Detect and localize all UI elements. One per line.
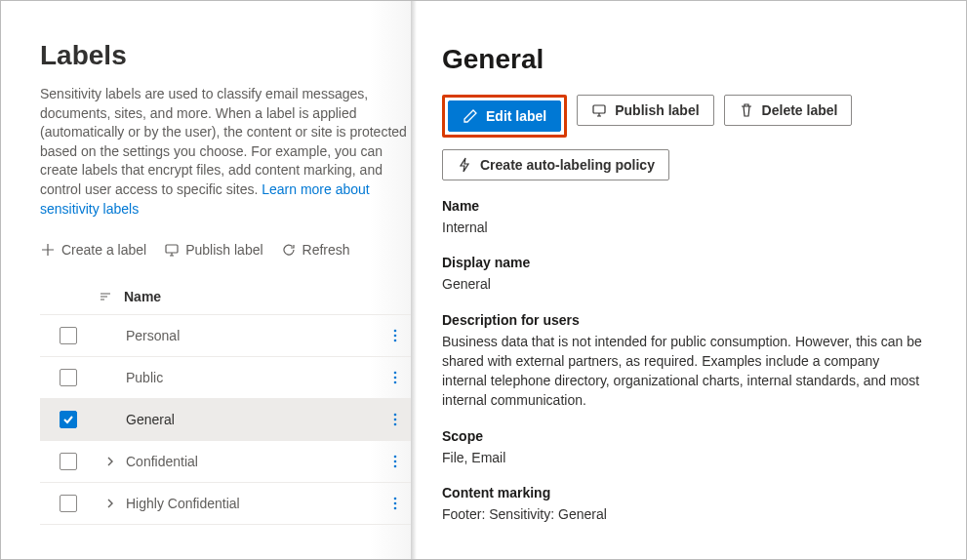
- chevron-right-icon[interactable]: [105, 457, 115, 466]
- svg-point-10: [394, 456, 397, 459]
- row-label: Public: [122, 370, 380, 385]
- column-name[interactable]: Name: [120, 289, 380, 304]
- page-description: Sensitivity labels are used to classify …: [40, 85, 411, 219]
- table-row[interactable]: Personal: [40, 315, 411, 357]
- command-bar: Create a label Publish label Refresh: [40, 242, 411, 258]
- row-label: Personal: [122, 328, 380, 343]
- more-icon[interactable]: [393, 328, 397, 343]
- edit-label-button[interactable]: Edit label: [448, 100, 561, 132]
- more-icon[interactable]: [393, 412, 397, 427]
- svg-point-9: [394, 423, 397, 426]
- svg-point-5: [394, 377, 397, 380]
- field-content-marking: Content marking Footer: Sensitivity: Gen…: [442, 485, 927, 524]
- create-label-button[interactable]: Create a label: [40, 242, 146, 258]
- edit-highlight: Edit label: [442, 95, 567, 138]
- publish-label-button[interactable]: Publish label: [164, 242, 262, 258]
- delete-label-button[interactable]: Delete label: [724, 95, 853, 126]
- labels-list-pane: Labels Sensitivity labels are used to cl…: [1, 1, 411, 559]
- field-display-name: Display name General: [442, 255, 927, 294]
- chevron-right-icon[interactable]: [105, 499, 115, 508]
- table-row[interactable]: General: [40, 399, 411, 441]
- table-header: Name: [40, 279, 411, 315]
- sort-icon[interactable]: [99, 290, 112, 303]
- row-checkbox[interactable]: [60, 495, 77, 512]
- more-icon[interactable]: [393, 370, 397, 385]
- row-checkbox[interactable]: [60, 327, 77, 344]
- refresh-icon: [281, 242, 297, 258]
- label-details-panel: General Edit label Publish label Delete …: [411, 1, 966, 559]
- table-row[interactable]: Confidential: [40, 441, 411, 483]
- monitor-icon: [591, 102, 607, 118]
- row-label: Highly Confidential: [122, 496, 380, 511]
- more-icon[interactable]: [393, 454, 397, 469]
- row-checkbox[interactable]: [60, 369, 77, 386]
- svg-point-2: [394, 335, 397, 338]
- row-label: General: [122, 412, 380, 427]
- svg-rect-16: [593, 105, 605, 113]
- pencil-icon: [463, 108, 478, 124]
- publish-label-button[interactable]: Publish label: [577, 95, 713, 126]
- svg-point-1: [394, 330, 397, 333]
- auto-labeling-button[interactable]: Create auto-labeling policy: [442, 149, 669, 180]
- table-row[interactable]: Public: [40, 357, 411, 399]
- panel-title: General: [442, 44, 927, 75]
- svg-point-4: [394, 372, 397, 375]
- trash-icon: [739, 102, 754, 118]
- svg-point-8: [394, 419, 397, 421]
- svg-rect-0: [166, 245, 178, 253]
- panel-actions: Edit label Publish label Delete label: [442, 95, 927, 138]
- refresh-button[interactable]: Refresh: [281, 242, 350, 258]
- row-checkbox[interactable]: [60, 411, 77, 428]
- page-title: Labels: [40, 40, 411, 71]
- field-name: Name Internal: [442, 198, 927, 237]
- svg-point-12: [394, 465, 397, 468]
- labels-table: Name Personal Public General: [40, 279, 411, 525]
- svg-point-7: [394, 414, 397, 417]
- svg-point-11: [394, 460, 397, 463]
- bolt-icon: [457, 157, 472, 173]
- svg-point-15: [394, 507, 397, 510]
- row-label: Confidential: [122, 454, 380, 469]
- table-row[interactable]: Highly Confidential: [40, 483, 411, 525]
- field-description: Description for users Business data that…: [442, 312, 927, 411]
- svg-point-3: [394, 340, 397, 342]
- monitor-icon: [164, 242, 180, 258]
- field-scope: Scope File, Email: [442, 428, 927, 467]
- plus-icon: [40, 242, 56, 258]
- svg-point-14: [394, 502, 397, 505]
- svg-point-13: [394, 498, 397, 500]
- svg-point-6: [394, 381, 397, 384]
- more-icon[interactable]: [393, 496, 397, 511]
- row-checkbox[interactable]: [60, 453, 77, 470]
